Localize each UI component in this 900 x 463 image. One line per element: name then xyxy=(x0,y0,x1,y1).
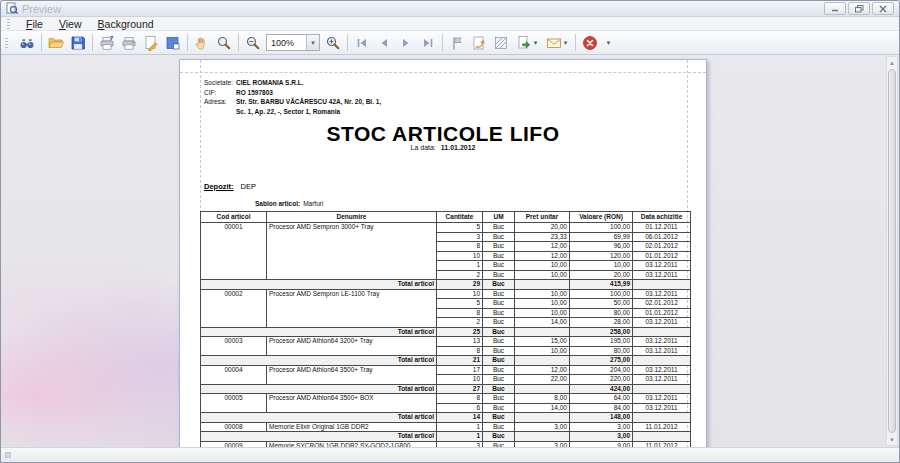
article-name: Memorie Elixir Original 1GB DDR2 xyxy=(267,422,437,432)
total-label: Total articol xyxy=(201,356,437,366)
edit-page-button[interactable] xyxy=(468,33,490,53)
menu-item-background[interactable]: Background xyxy=(90,17,162,31)
close-preview-button[interactable] xyxy=(579,33,601,53)
qty-cell: 5 xyxy=(437,223,483,233)
article-name: Procesor AMD Athlon64 3500+ BOX xyxy=(267,394,437,413)
zoom-out-icon xyxy=(245,35,261,51)
um-cell: Buc xyxy=(483,270,515,280)
open-folder-icon xyxy=(48,35,64,51)
menu-item-view[interactable]: View xyxy=(51,17,90,31)
value-cell: 84,00 xyxy=(570,403,633,413)
depozit-value: DEP xyxy=(241,182,256,191)
um-cell: Buc xyxy=(483,394,515,404)
total-qty-cell: 14 xyxy=(437,413,483,423)
article-code: 00008 xyxy=(201,422,267,432)
next-page-button[interactable] xyxy=(395,33,417,53)
um-cell: Buc xyxy=(483,375,515,385)
print-dialog-button[interactable]: 7 xyxy=(96,33,118,53)
restore-button[interactable] xyxy=(848,2,870,15)
unit-price-cell: 3,00 xyxy=(515,441,570,447)
magnifier-icon xyxy=(216,35,232,51)
unit-price-cell: 10,00 xyxy=(515,308,570,318)
date-cell: 03.12.2011 xyxy=(633,289,691,299)
value-cell: 120,00 xyxy=(570,251,633,261)
total-price-cell xyxy=(515,280,570,290)
report-title: STOC ARTICOLE LIFO xyxy=(180,122,706,146)
first-page-button[interactable] xyxy=(351,33,373,53)
quick-print-button[interactable] xyxy=(118,33,140,53)
article-detail-row: 00003Procesor AMD Athlon64 3200+ Tray13B… xyxy=(201,337,691,347)
export-button[interactable]: ▼ xyxy=(512,33,542,53)
email-dropdown-caret-icon[interactable]: ▼ xyxy=(563,40,569,46)
total-price-cell xyxy=(515,413,570,423)
date-value: 11.01.2012 xyxy=(441,144,476,151)
toolbar-overflow-button[interactable]: ▼ xyxy=(601,33,615,53)
find-button[interactable] xyxy=(16,33,38,53)
app-icon xyxy=(6,0,18,18)
prev-page-icon xyxy=(377,36,391,50)
sablon-label: Sablon articol: xyxy=(255,200,300,207)
zoom-out-button[interactable] xyxy=(242,33,264,53)
cif-value: RO 1597803 xyxy=(236,88,273,98)
total-price-cell xyxy=(515,384,570,394)
zoom-tool-button[interactable] xyxy=(213,33,235,53)
total-um-cell: Buc xyxy=(483,327,515,337)
article-code: 00009 xyxy=(201,441,267,447)
total-value-cell: 258,00 xyxy=(570,327,633,337)
societate-label: Societate: xyxy=(204,78,236,88)
report-page: Societate: CIEL ROMANIA S.R.L. CIF: RO 1… xyxy=(179,59,707,447)
edit-page-icon xyxy=(471,35,487,51)
unit-price-cell: 10,00 xyxy=(515,346,570,356)
date-cell: 03.12.2011 xyxy=(633,318,691,328)
total-value-cell: 424,00 xyxy=(570,384,633,394)
column-header: Data achizitie xyxy=(633,212,691,223)
preview-canvas[interactable]: Societate: CIEL ROMANIA S.R.L. CIF: RO 1… xyxy=(1,55,899,447)
status-grip[interactable] xyxy=(5,452,11,458)
status-bar xyxy=(1,447,899,462)
unit-price-cell: 10,00 xyxy=(515,289,570,299)
cif-label: CIF: xyxy=(204,88,236,98)
scroll-down-arrow[interactable]: ▼ xyxy=(887,434,897,445)
flag-icon xyxy=(449,35,465,51)
date-cell: 03.12.2011 xyxy=(633,394,691,404)
qty-cell: 2 xyxy=(437,270,483,280)
prev-page-button[interactable] xyxy=(373,33,395,53)
zoom-level-combo[interactable]: 100% ▼ xyxy=(266,34,320,51)
societate-value: CIEL ROMANIA S.R.L. xyxy=(236,78,304,88)
hand-pan-button[interactable] xyxy=(191,33,213,53)
report-table: Cod articolDenumireCantitateUMPret unita… xyxy=(200,211,691,447)
total-label: Total articol xyxy=(201,432,437,442)
bookmark-flag-button[interactable] xyxy=(446,33,468,53)
watermark-icon xyxy=(493,35,509,51)
article-detail-row: 00002Procesor AMD Sempron LE-1100 Tray10… xyxy=(201,289,691,299)
qty-cell: 1 xyxy=(437,422,483,432)
unit-price-cell: 12,00 xyxy=(515,242,570,252)
date-cell: 02.01.2012 xyxy=(633,299,691,309)
article-code: 00002 xyxy=(201,289,267,327)
page-setup-button[interactable] xyxy=(140,33,162,53)
close-window-button[interactable] xyxy=(872,2,894,15)
page-design-button[interactable] xyxy=(162,33,184,53)
last-page-button[interactable] xyxy=(417,33,439,53)
adresa-label: Adresa: xyxy=(204,97,236,116)
um-cell: Buc xyxy=(483,261,515,271)
minimize-button[interactable] xyxy=(824,2,846,15)
scroll-up-arrow[interactable]: ▲ xyxy=(887,57,897,68)
first-page-icon xyxy=(355,36,369,50)
export-dropdown-caret-icon[interactable]: ▼ xyxy=(533,40,539,46)
menu-item-file[interactable]: File xyxy=(18,17,51,31)
unit-price-cell: 23,33 xyxy=(515,232,570,242)
zoom-in-button[interactable] xyxy=(322,33,344,53)
total-um-cell: Buc xyxy=(483,413,515,423)
separator xyxy=(41,34,42,51)
vertical-scrollbar[interactable]: ▲ ▼ xyxy=(886,56,898,446)
email-button[interactable]: ▼ xyxy=(542,33,572,53)
um-cell: Buc xyxy=(483,441,515,447)
open-button[interactable] xyxy=(45,33,67,53)
save-button[interactable] xyxy=(67,33,89,53)
scrollbar-thumb[interactable] xyxy=(888,69,896,433)
combo-caret-icon[interactable]: ▼ xyxy=(306,35,319,50)
watermark-button[interactable] xyxy=(490,33,512,53)
unit-price-cell: 15,00 xyxy=(515,337,570,347)
qty-cell: 2 xyxy=(437,318,483,328)
